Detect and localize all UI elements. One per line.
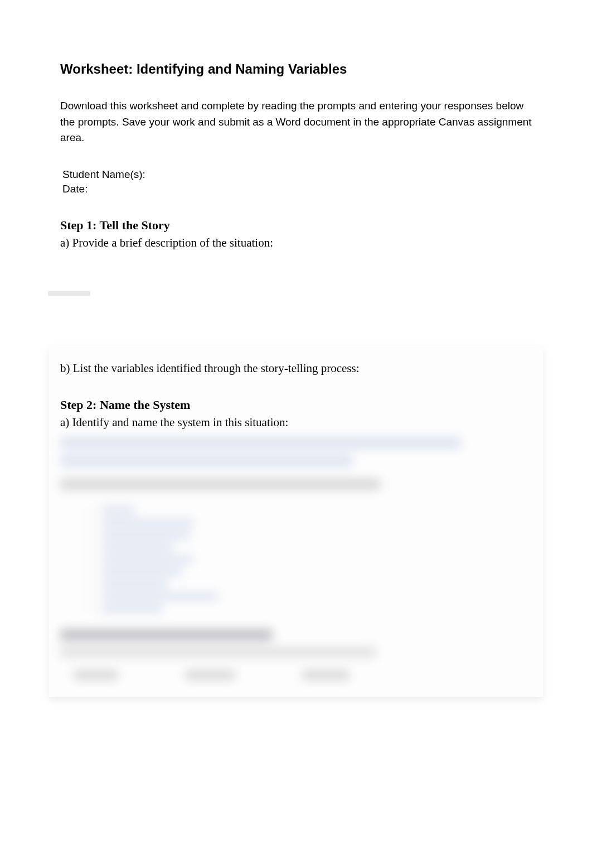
blurred-table-header: [60, 670, 532, 680]
student-fields: Student Name(s): Date:: [60, 167, 532, 197]
bullet-item: [88, 506, 532, 515]
blurred-text-line: [60, 455, 353, 467]
page-edge-artifact: [48, 291, 90, 296]
student-name-label: Student Name(s):: [62, 167, 532, 182]
bullet-item: [88, 543, 532, 552]
instruction-text: Download this worksheet and complete by …: [60, 98, 532, 146]
bullet-item: [88, 531, 532, 539]
bullet-item: [88, 592, 532, 601]
blurred-cell: [302, 670, 350, 680]
blurred-text-line: [60, 647, 376, 658]
preview-section: b) List the variables identified through…: [49, 346, 543, 697]
blurred-cell: [74, 670, 118, 680]
bullet-item: [88, 580, 532, 589]
blurred-content: [60, 431, 532, 680]
step1-heading: Step 1: Tell the Story: [60, 218, 532, 233]
step1-prompt-b: b) List the variables identified through…: [60, 360, 532, 377]
bullet-item: [88, 604, 532, 613]
step1-prompt-a: a) Provide a brief description of the si…: [60, 235, 532, 251]
response-area-1a: [60, 251, 532, 346]
date-label: Date:: [62, 182, 532, 197]
response-area-1b: [60, 377, 532, 398]
worksheet-title: Worksheet: Identifying and Naming Variab…: [60, 61, 532, 77]
blurred-bullet-list: [60, 506, 532, 613]
blurred-cell: [185, 670, 235, 680]
bullet-item: [88, 555, 532, 564]
blurred-heading: [60, 629, 273, 641]
step2-prompt-a: a) Identify and name the system in this …: [60, 414, 532, 431]
blurred-subheading: [60, 478, 381, 490]
blurred-text-line: [60, 437, 461, 449]
bullet-item: [88, 518, 532, 527]
document-page: Worksheet: Identifying and Naming Variab…: [0, 0, 592, 697]
step2-heading: Step 2: Name the System: [60, 398, 532, 412]
bullet-item: [88, 567, 532, 576]
